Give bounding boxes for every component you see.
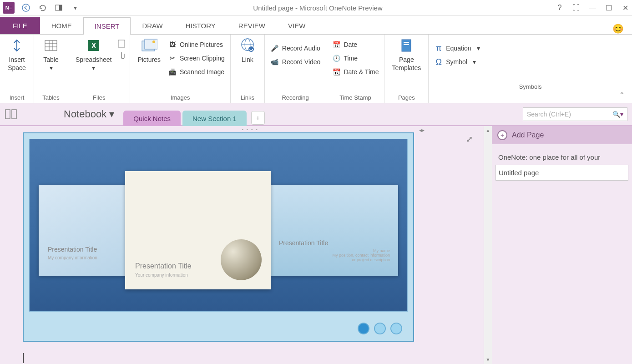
- tab-view[interactable]: VIEW: [277, 17, 317, 34]
- splitter-handle-icon[interactable]: • • • •: [242, 127, 258, 132]
- add-section-button[interactable]: +: [251, 111, 265, 125]
- page-list-item[interactable]: Untitled page: [495, 165, 628, 181]
- slide-thumbnail[interactable]: Presentation Title My company informatio…: [39, 185, 130, 276]
- svg-rect-3: [45, 40, 57, 51]
- page-list-pane: + Add Page OneNote: one place for all of…: [492, 126, 632, 364]
- notebook-bar: Notebook ▾ Quick Notes New Section 1 + S…: [0, 103, 632, 126]
- slide-subtitle: My name My position, contact information…: [332, 248, 390, 262]
- carousel-dot[interactable]: [358, 323, 369, 334]
- section-tab-quick-notes[interactable]: Quick Notes: [123, 111, 181, 127]
- dropdown-icon: ▾: [50, 64, 53, 72]
- ribbon-group-insert: Insert Space Insert: [0, 35, 34, 103]
- file-tab[interactable]: FILE: [0, 17, 40, 34]
- dropdown-icon: ▾: [477, 45, 480, 52]
- date-button[interactable]: 📅Date: [330, 39, 380, 50]
- collapse-ribbon-icon[interactable]: ⌃: [619, 91, 625, 98]
- spreadsheet-label: Spreadsheet: [76, 56, 111, 64]
- carousel-dot[interactable]: [374, 323, 386, 334]
- record-audio-button[interactable]: 🎤Record Audio: [268, 43, 323, 54]
- back-icon[interactable]: [21, 3, 31, 13]
- table-icon: [43, 37, 59, 54]
- dock-icon[interactable]: [54, 3, 64, 13]
- scroll-up-icon[interactable]: ▲: [486, 128, 490, 133]
- search-input[interactable]: Search (Ctrl+E) 🔍▾: [523, 107, 627, 121]
- link-label: Link: [242, 56, 253, 64]
- qat-more-icon[interactable]: ▾: [70, 3, 80, 13]
- undo-icon[interactable]: [37, 3, 47, 13]
- time-button[interactable]: 🕐Time: [330, 53, 380, 64]
- minimize-icon[interactable]: —: [588, 4, 597, 12]
- embedded-content-frame[interactable]: Presentation Title My company informatio…: [23, 132, 414, 342]
- ribbon-group-label: Insert: [4, 92, 30, 102]
- notebook-dropdown[interactable]: Notebook ▾: [64, 108, 114, 120]
- ribbon-group-images: Pictures 🖼Online Pictures ✂Screen Clippi…: [130, 35, 230, 103]
- screen-clipping-icon: ✂: [168, 54, 177, 63]
- tab-draw[interactable]: DRAW: [131, 17, 174, 34]
- ribbon-group-label: Links: [234, 92, 261, 102]
- equation-button[interactable]: πEquation▾: [432, 43, 481, 54]
- tab-home[interactable]: HOME: [40, 17, 83, 34]
- screen-clipping-button[interactable]: ✂Screen Clipping: [166, 53, 227, 64]
- online-pictures-button[interactable]: 🖼Online Pictures: [166, 39, 227, 50]
- carousel-dot[interactable]: [390, 323, 402, 334]
- slide-title: Presentation Title: [48, 246, 97, 253]
- svg-point-13: [152, 40, 155, 43]
- microphone-icon: 🎤: [270, 44, 279, 53]
- online-pictures-icon: 🖼: [168, 40, 177, 49]
- svg-rect-18: [402, 40, 411, 51]
- dropdown-icon: ▾: [473, 58, 476, 66]
- pictures-button[interactable]: Pictures: [134, 36, 164, 65]
- slide-title: Presentation Title: [135, 262, 192, 270]
- page-templates-button[interactable]: Page Templates: [388, 36, 425, 73]
- titlebar: N≡ ▾ Untitled page - Microsoft OneNote P…: [0, 0, 632, 16]
- carousel-dots: [358, 323, 402, 334]
- link-button[interactable]: Link: [234, 36, 261, 65]
- page-list-item[interactable]: OneNote: one place for all of your: [495, 150, 628, 165]
- resize-handle-icon[interactable]: ◂▸: [419, 127, 425, 133]
- file-attachment-icon[interactable]: [117, 51, 126, 60]
- ribbon-group-label: Images: [134, 92, 226, 102]
- ribbon-group-label: Time Stamp: [330, 92, 380, 102]
- notebook-list-icon[interactable]: [5, 108, 18, 120]
- ribbon-group-recording: 🎤Record Audio 📹Record Video Recording: [265, 35, 327, 103]
- vertical-scrollbar[interactable]: ▲ ▼: [484, 126, 492, 364]
- calendar-icon: 📅: [332, 40, 341, 49]
- record-video-button[interactable]: 📹Record Video: [268, 56, 323, 67]
- spreadsheet-button[interactable]: X Spreadsheet ▾: [72, 36, 115, 73]
- app-icon: N≡: [3, 2, 15, 14]
- clock-icon: 🕐: [332, 54, 341, 63]
- tab-insert[interactable]: INSERT: [83, 17, 131, 35]
- maximize-icon[interactable]: ☐: [605, 4, 613, 12]
- pi-icon: π: [434, 44, 443, 53]
- slide-subtitle: My company information: [48, 255, 97, 260]
- scroll-down-icon[interactable]: ▼: [486, 357, 490, 362]
- insert-space-button[interactable]: Insert Space: [4, 36, 30, 73]
- slide-thumbnail[interactable]: Presentation Title My name My position, …: [271, 185, 398, 276]
- symbol-button[interactable]: ΩSymbol▾: [432, 56, 481, 67]
- svg-rect-12: [145, 39, 157, 49]
- scanned-image-button[interactable]: 📠Scanned Image: [166, 66, 227, 77]
- omega-icon: Ω: [434, 57, 443, 66]
- tab-history[interactable]: HISTORY: [174, 17, 227, 34]
- help-icon[interactable]: ?: [556, 4, 564, 12]
- scanner-icon: 📠: [168, 67, 177, 76]
- ribbon-group-symbols: πEquation▾ ΩSymbol▾ Symbols ⌃: [429, 35, 632, 103]
- slide-subtitle: Your company information: [135, 273, 188, 278]
- svg-rect-10: [118, 40, 125, 47]
- tab-review[interactable]: REVIEW: [227, 17, 277, 34]
- ribbon-group-label: Tables: [38, 92, 64, 102]
- fullscreen-icon[interactable]: ⤢: [466, 134, 473, 144]
- search-icon[interactable]: 🔍▾: [612, 111, 623, 118]
- note-canvas[interactable]: • • • • ◂▸ ⤢ Presentation Title My compa…: [0, 126, 484, 364]
- section-tab-new-section[interactable]: New Section 1: [182, 111, 247, 127]
- add-page-button[interactable]: + Add Page: [492, 126, 632, 144]
- svg-rect-2: [59, 5, 62, 10]
- date-time-button[interactable]: 📆Date & Time: [330, 66, 380, 77]
- file-printout-icon[interactable]: [117, 39, 126, 48]
- slide-thumbnail[interactable]: Presentation Title Your company informat…: [125, 171, 271, 289]
- feedback-smiley-icon[interactable]: 😊: [612, 23, 624, 34]
- table-button[interactable]: Table ▾: [38, 36, 64, 73]
- ribbon-display-icon[interactable]: ⛶: [572, 4, 580, 12]
- ribbon-group-label: Recording: [268, 92, 323, 102]
- close-icon[interactable]: ✕: [621, 4, 629, 12]
